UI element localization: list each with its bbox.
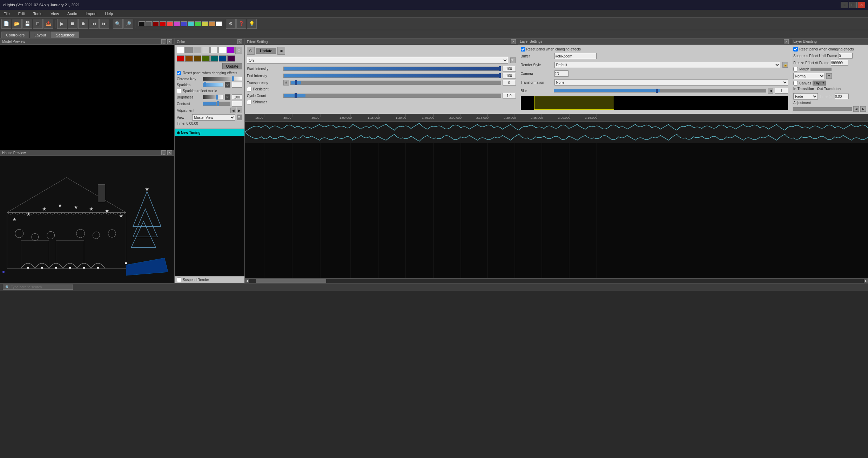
color-swatch-olive[interactable]: [202, 55, 210, 62]
view-select[interactable]: Master View: [192, 114, 235, 121]
menu-import[interactable]: Import: [83, 11, 99, 16]
color-reset-checkbox[interactable]: [177, 71, 181, 75]
layer-settings-close[interactable]: ✕: [784, 39, 789, 44]
open-button[interactable]: 📂: [12, 19, 22, 29]
lb-morph-checkbox[interactable]: [793, 67, 798, 71]
blur-value[interactable]: [775, 88, 788, 94]
swatch-purple[interactable]: [174, 21, 180, 26]
color-swatch-gray3[interactable]: [202, 47, 210, 53]
layer-reset-checkbox[interactable]: [521, 47, 525, 52]
lb-time-input[interactable]: [835, 94, 849, 99]
menu-edit[interactable]: Edit: [16, 11, 27, 16]
color-swatch-gray1[interactable]: [185, 47, 193, 53]
render-style-select[interactable]: Default: [554, 62, 781, 68]
start-intensity-value[interactable]: [503, 66, 516, 71]
adjustment-left-arrow[interactable]: ◀: [230, 108, 236, 113]
maximize-button[interactable]: □: [849, 2, 857, 8]
lb-adj-slider[interactable]: [793, 107, 852, 111]
cycle-count-slider[interactable]: [283, 94, 501, 98]
skip-end-button[interactable]: ⏭: [99, 19, 109, 29]
blur-back-btn[interactable]: ◀: [768, 88, 773, 94]
minimize-button[interactable]: −: [841, 2, 848, 8]
transparency-icon[interactable]: ↺: [283, 80, 289, 86]
swatch-orange[interactable]: [209, 21, 215, 26]
color-update-button[interactable]: Update: [222, 63, 242, 69]
scroll-right-button[interactable]: ▶: [864, 279, 868, 283]
sparkles-reflect-checkbox[interactable]: [177, 89, 181, 93]
menu-tools[interactable]: Tools: [31, 11, 45, 16]
brightness-reset-button[interactable]: ↺: [225, 94, 230, 100]
color-swatch-violet[interactable]: [227, 47, 235, 53]
record-button[interactable]: ⏺: [78, 19, 88, 29]
color-swatch-gray4[interactable]: [210, 47, 218, 53]
new-timing-bar[interactable]: ◉ New Timing: [175, 129, 244, 136]
contrast-value[interactable]: [232, 101, 242, 107]
zoom-in-button[interactable]: 🔍: [113, 19, 123, 29]
brightness-value[interactable]: [232, 94, 242, 100]
tab-controllers[interactable]: Controllers: [1, 32, 29, 38]
lb-reset-checkbox[interactable]: [793, 47, 798, 52]
effect-icon-2[interactable]: ■: [277, 47, 285, 55]
effect-on-select[interactable]: On: [247, 57, 508, 64]
buffer-input[interactable]: [554, 53, 597, 59]
bulb-button[interactable]: 💡: [247, 19, 257, 29]
swatch-red[interactable]: [160, 21, 166, 26]
sparkles-value[interactable]: [232, 82, 242, 88]
transformation-select[interactable]: None: [554, 79, 788, 86]
blur-slider[interactable]: [554, 89, 767, 93]
lb-freeze-input[interactable]: [831, 60, 848, 66]
stop-button[interactable]: ⏹: [68, 19, 78, 29]
house-preview-minimize[interactable]: _: [161, 150, 166, 155]
contrast-slider[interactable]: [203, 102, 230, 106]
cycle-count-value[interactable]: [503, 93, 516, 98]
lb-morph-slider[interactable]: [810, 68, 832, 71]
effect-settings-close[interactable]: ✕: [511, 39, 516, 44]
tab-sequencer[interactable]: Sequencer: [51, 32, 79, 38]
swatch-green[interactable]: [195, 21, 201, 26]
swatch-lightred[interactable]: [167, 21, 173, 26]
effect-update-button[interactable]: Update: [256, 48, 276, 54]
house-preview-close[interactable]: ✕: [167, 150, 172, 155]
scroll-thumb[interactable]: [256, 279, 326, 283]
end-intensity-value[interactable]: [503, 73, 516, 78]
adjustment-right-arrow[interactable]: ▶: [237, 108, 242, 113]
brightness-slider[interactable]: [203, 95, 223, 99]
swatch-dark[interactable]: [146, 21, 152, 26]
menu-help[interactable]: Help: [103, 11, 115, 16]
color-gear-button[interactable]: ⚙: [235, 47, 242, 54]
skip-start-button[interactable]: ⏮: [89, 19, 99, 29]
export-button[interactable]: 📤: [43, 19, 53, 29]
shimmer-checkbox[interactable]: [247, 100, 251, 104]
lb-adj-arrow-right[interactable]: ▶: [860, 106, 866, 112]
save-as-button[interactable]: 🗒: [33, 19, 43, 29]
model-preview-close[interactable]: ✕: [167, 39, 172, 44]
menu-audio[interactable]: Audio: [65, 11, 79, 16]
lb-lay-eff-button[interactable]: Lay-Eff: [813, 81, 826, 86]
swatch-blue[interactable]: [181, 21, 187, 26]
sparkles-slider[interactable]: [203, 83, 223, 87]
lb-help-button[interactable]: ?: [826, 73, 832, 79]
start-intensity-slider[interactable]: [283, 67, 501, 71]
swatch-yellow[interactable]: [202, 21, 208, 26]
save-button[interactable]: 💾: [22, 19, 32, 29]
suspend-render-checkbox[interactable]: [177, 278, 181, 282]
swatch-black[interactable]: [139, 21, 145, 26]
color-swatch-white2[interactable]: [218, 47, 226, 53]
swatch-white[interactable]: [216, 21, 222, 26]
sparkles-reset-button[interactable]: ↺: [225, 82, 230, 88]
h-scrollbar[interactable]: ◀ ▶: [245, 278, 868, 283]
lb-adj-arrow-left[interactable]: ◀: [853, 106, 859, 112]
model-preview-minimize[interactable]: _: [161, 39, 166, 44]
lb-normal-select[interactable]: Normal: [793, 73, 825, 79]
play-button[interactable]: ▶: [57, 19, 67, 29]
color-swatch-white[interactable]: [177, 47, 184, 53]
swatch-cyan[interactable]: [188, 21, 194, 26]
color-swatch-red[interactable]: [177, 55, 184, 62]
swatch-darkred[interactable]: [153, 21, 159, 26]
settings-button[interactable]: ⚙: [226, 19, 236, 29]
transparency-slider[interactable]: [290, 81, 501, 85]
effect-on-dropdown[interactable]: ▼: [510, 57, 516, 63]
color-panel-close[interactable]: ✕: [237, 39, 242, 44]
color-swatch-brown[interactable]: [185, 55, 193, 62]
color-swatch-darkbrown[interactable]: [194, 55, 201, 62]
